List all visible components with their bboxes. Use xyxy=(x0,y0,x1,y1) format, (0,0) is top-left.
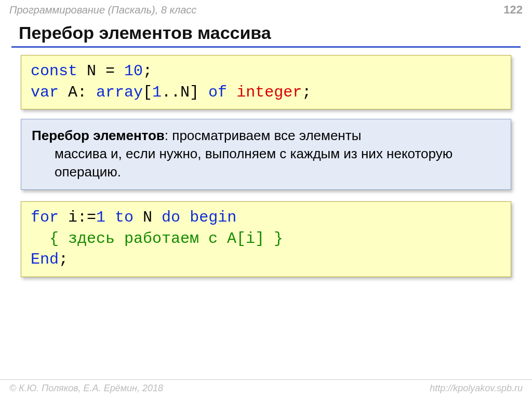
number-literal: 1 xyxy=(152,84,162,101)
title-underline xyxy=(11,46,521,48)
code-line: End; xyxy=(31,249,501,270)
code-block-declaration: const N = 10; var A: array[1..N] of inte… xyxy=(21,55,511,109)
code-text: N xyxy=(77,62,96,80)
code-text xyxy=(180,209,190,226)
subject-label: Программирование (Паскаль), 8 класс xyxy=(9,4,196,16)
slide-header: Программирование (Паскаль), 8 класс 122 xyxy=(0,0,532,19)
code-text xyxy=(227,84,236,101)
code-text: N xyxy=(134,209,162,226)
definition-text-cont: массива и, если нужно, выполняем с кажды… xyxy=(32,145,500,181)
code-line: { здесь работаем с A[i] } xyxy=(31,228,501,250)
code-text: ..N] xyxy=(162,84,208,101)
keyword-to: to xyxy=(115,209,134,226)
code-text xyxy=(115,62,124,80)
code-text: i:= xyxy=(59,209,96,226)
slide-footer: © К.Ю. Поляков, Е.А. Ерёмин, 2018 http:/… xyxy=(0,379,532,398)
keyword-of: of xyxy=(208,84,227,101)
keyword-const: const xyxy=(31,62,77,80)
keyword-var: var xyxy=(31,84,59,101)
number-literal: 1 xyxy=(96,209,105,226)
page-title: Перебор элементов массива xyxy=(0,19,532,46)
page-number: 122 xyxy=(503,3,523,17)
definition-text: : просматриваем все элементы xyxy=(165,128,361,143)
code-text xyxy=(105,209,115,226)
number-literal: 10 xyxy=(124,62,143,80)
code-text: [ xyxy=(143,84,152,101)
type-integer: integer xyxy=(236,84,302,101)
keyword-array: array xyxy=(96,84,143,101)
code-text: ; xyxy=(302,84,311,101)
definition-block: Перебор элементов: просматриваем все эле… xyxy=(21,119,511,190)
code-line: const N = 10; xyxy=(31,61,501,82)
code-line: for i:=1 to N do begin xyxy=(31,207,501,228)
keyword-for: for xyxy=(31,209,59,226)
code-comment: { здесь работаем с A[i] } xyxy=(49,230,283,248)
code-text: = xyxy=(105,62,115,80)
keyword-begin: begin xyxy=(190,209,236,226)
copyright-text: © К.Ю. Поляков, Е.А. Ерёмин, 2018 xyxy=(9,383,163,394)
code-indent xyxy=(31,230,49,248)
code-text: ; xyxy=(59,251,68,268)
code-line: var A: array[1..N] of integer; xyxy=(31,82,501,103)
code-text: A: xyxy=(59,84,96,101)
code-block-loop: for i:=1 to N do begin { здесь работаем … xyxy=(21,201,511,277)
code-text: ; xyxy=(143,62,152,80)
code-text xyxy=(96,62,105,80)
keyword-do: do xyxy=(162,209,180,226)
definition-term: Перебор элементов xyxy=(32,128,165,143)
footer-url: http://kpolyakov.spb.ru xyxy=(430,383,523,394)
keyword-end: End xyxy=(31,251,59,268)
